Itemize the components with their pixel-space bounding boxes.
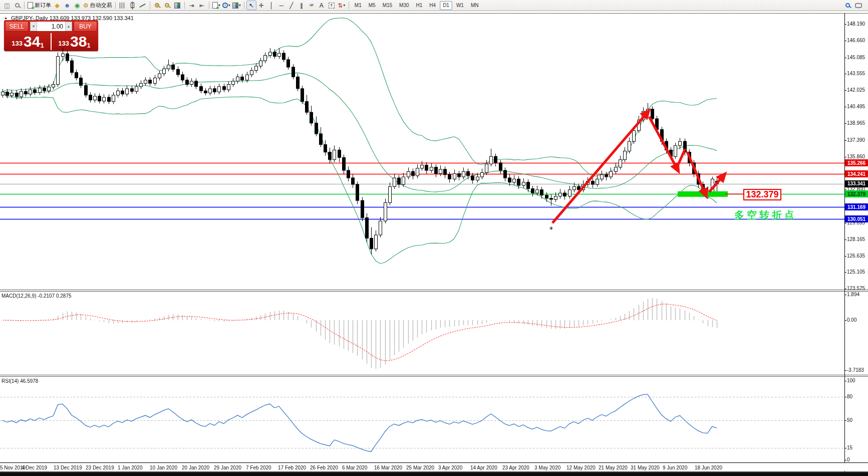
date-tick[interactable]: 23 Apr 2020: [502, 465, 529, 470]
bars-chart-icon[interactable]: [118, 1, 128, 10]
candles-chart-icon[interactable]: [128, 1, 138, 10]
rsi-canvas[interactable]: [0, 377, 844, 462]
level-annotation-box[interactable]: 132.379: [743, 189, 781, 200]
price-badge: 133.341: [845, 180, 868, 187]
date-tick[interactable]: 17 Feb 2020: [278, 465, 306, 470]
chat-icon[interactable]: [855, 3, 862, 8]
toolbar-separator: [150, 2, 150, 9]
date-tick[interactable]: 25 Mar 2020: [406, 465, 434, 470]
macd-canvas[interactable]: [0, 292, 844, 375]
vertical-line-icon: │: [269, 3, 273, 9]
tile-windows-icon[interactable]: [172, 1, 182, 10]
chevron-down-icon[interactable]: ▾: [239, 3, 241, 8]
trendline-icon[interactable]: ╱: [286, 1, 297, 10]
search-icon[interactable]: [845, 3, 850, 8]
auto-scroll-icon[interactable]: ⇤: [197, 1, 207, 10]
date-tick[interactable]: 23 Dec 2019: [86, 465, 114, 470]
date-tick[interactable]: 29 Jan 2020: [214, 465, 241, 470]
horizontal-line-icon[interactable]: ─: [276, 1, 286, 10]
date-tick[interactable]: 14 Apr 2020: [470, 465, 497, 470]
date-tick[interactable]: 9 Jun 2020: [663, 465, 688, 470]
new-order-button[interactable]: 新订单: [27, 1, 52, 10]
date-tick[interactable]: 31 May 2020: [631, 465, 660, 470]
chart-shift-icon: ⇥: [189, 3, 194, 9]
rsi-tick: 15: [847, 445, 852, 450]
tile-windows-icon: [174, 3, 180, 9]
chevron-down-icon[interactable]: ▾: [228, 3, 230, 8]
timeframe-m5[interactable]: M5: [366, 1, 379, 10]
zoom-in-icon: +: [155, 3, 159, 8]
periods-button[interactable]: ▾: [221, 1, 231, 10]
date-tick[interactable]: 1 Jan 2020: [118, 465, 143, 470]
rsi-tick: 50: [847, 417, 852, 423]
cursor-icon: ↖: [249, 3, 254, 9]
equidistant-channel-icon[interactable]: ∥: [297, 1, 307, 10]
arrows-icon: ⇅: [338, 3, 343, 9]
timeframe-m15[interactable]: M15: [380, 1, 395, 10]
date-tick[interactable]: 4 Dec 2019: [22, 465, 47, 470]
date-tick[interactable]: 16 Mar 2020: [374, 465, 402, 470]
line-chart-icon[interactable]: [138, 1, 148, 10]
turning-point-text[interactable]: 多空转折点: [734, 208, 797, 222]
price-badge: 130.051: [845, 215, 868, 222]
price-tick: 138.965: [847, 120, 865, 126]
bars-chart-icon: [120, 3, 126, 9]
cursor-icon[interactable]: ↖: [246, 1, 256, 10]
price-tick: 128.165: [847, 236, 865, 242]
chart-window: ▲ GBPJPY-,Daily 133.609 133.973 132.590 …: [0, 11, 868, 476]
zoom-in-icon[interactable]: +: [152, 1, 162, 10]
vertical-line-icon[interactable]: │: [266, 1, 276, 10]
auto-trading-button-label: 自动交易: [90, 2, 112, 9]
timeframe-m1[interactable]: M1: [352, 1, 365, 10]
text-icon: A: [320, 3, 324, 9]
rsi-tick: 100: [847, 378, 855, 383]
chart-shift-icon[interactable]: ⇥: [187, 1, 197, 10]
macd-label: MACD(12,26,9) -0.2107 0.2875: [2, 293, 72, 299]
date-tick[interactable]: 13 Dec 2019: [54, 465, 82, 470]
date-tick[interactable]: 10 Jan 2020: [150, 465, 177, 470]
main-toolbar: ◫新订单◆☻◉⚙自动交易+−⇥⇤▾▾▾↖✛│─╱∥≡FAT⇅▾M1M5M15M3…: [0, 0, 868, 11]
price-badge: 134.241: [845, 170, 868, 177]
date-tick[interactable]: 12 May 2020: [566, 465, 596, 470]
date-axis[interactable]: 5 Nov 20194 Dec 201913 Dec 201923 Dec 20…: [0, 462, 868, 471]
templates-button[interactable]: ▾: [231, 1, 242, 10]
text-icon[interactable]: A: [317, 1, 327, 10]
price-tick: 126.635: [847, 253, 865, 259]
date-tick[interactable]: 26 Feb 2020: [310, 465, 338, 470]
fibonacci-icon[interactable]: ≡F: [307, 1, 317, 10]
trend-arrow: [552, 113, 647, 223]
auto-scroll-icon: ⇤: [199, 3, 204, 9]
new-order-button-label: 新订单: [35, 2, 51, 9]
indicators-button[interactable]: ▾: [211, 1, 221, 10]
templates-icon: [232, 3, 238, 9]
timeframe-h1[interactable]: H1: [413, 1, 426, 10]
indicators-icon: [212, 2, 218, 9]
date-tick[interactable]: 18 Jun 2020: [695, 465, 722, 470]
chevron-down-icon[interactable]: ▾: [343, 3, 345, 8]
toolbar-separator: [244, 2, 244, 9]
signal-icon[interactable]: ◉: [72, 1, 82, 10]
timeframe-w1[interactable]: W1: [453, 1, 467, 10]
timeframe-d1[interactable]: D1: [440, 1, 452, 10]
date-tick[interactable]: 7 Feb 2020: [246, 465, 271, 470]
profiles-icon: [15, 3, 20, 8]
date-tick[interactable]: 3 May 2020: [534, 465, 560, 470]
profiles-icon[interactable]: [12, 1, 22, 10]
price-badge: 135.266: [845, 159, 868, 166]
timeframe-m30[interactable]: M30: [396, 1, 412, 10]
styler-icon[interactable]: ◆: [52, 1, 62, 10]
arrows-icon[interactable]: ⇅▾: [337, 1, 347, 10]
zoom-out-icon[interactable]: −: [162, 1, 172, 10]
date-tick[interactable]: 21 May 2020: [599, 465, 628, 470]
auto-trading-button[interactable]: ⚙自动交易: [82, 1, 113, 10]
community-icon[interactable]: ☻: [62, 1, 72, 10]
date-tick[interactable]: 3 Apr 2020: [438, 465, 462, 470]
charts-window-icon[interactable]: ◫: [2, 1, 12, 10]
date-tick[interactable]: 6 Mar 2020: [342, 465, 368, 470]
timeframe-h4[interactable]: H4: [426, 1, 439, 10]
date-tick[interactable]: 20 Jan 2020: [182, 465, 209, 470]
crosshair-icon[interactable]: ✛: [256, 1, 266, 10]
label-icon[interactable]: T: [327, 1, 337, 10]
timeframe-mn[interactable]: MN: [468, 1, 482, 10]
price-tick: 123.575: [847, 286, 865, 291]
